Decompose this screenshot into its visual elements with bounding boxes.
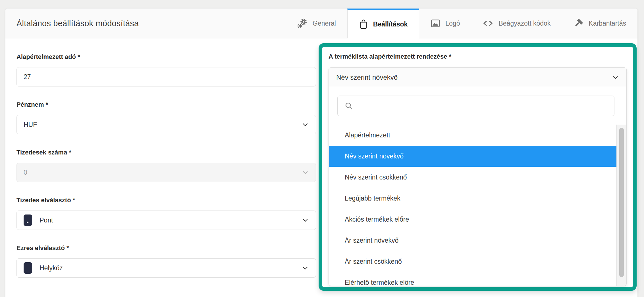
sorting-option[interactable]: Ár szerint csökkenő — [329, 251, 616, 272]
tab-embedded-codes[interactable]: Beágyazott kódok — [471, 9, 562, 38]
currency-value: HUF — [24, 121, 37, 129]
text-caret — [359, 100, 359, 111]
tab-logo[interactable]: Logó — [419, 9, 471, 38]
sorting-search-box[interactable] — [337, 96, 614, 116]
hammer-icon — [573, 18, 583, 28]
sorting-option[interactable]: Elérhető termékek előre — [329, 272, 616, 286]
thousand-separator-select[interactable]: Helyköz — [16, 258, 316, 278]
default-tax-label: Alapértelmezett adó * — [16, 53, 316, 61]
sorting-selected-value: Név szerint növekvő — [336, 73, 398, 81]
decimals-value: 0 — [24, 169, 27, 176]
chevron-down-icon — [302, 216, 309, 224]
chevron-down-icon — [302, 121, 309, 128]
currency-label: Pénznem * — [16, 101, 316, 109]
field-group-default-tax: Alapértelmezett adó * — [16, 53, 316, 86]
sorting-option[interactable]: Akciós termékek előre — [329, 209, 616, 230]
sorting-option[interactable]: Név szerint csökkenő — [329, 167, 616, 188]
tab-general[interactable]: General — [286, 9, 347, 38]
sorting-option[interactable]: Ár szerint növekvő — [329, 230, 616, 251]
decimal-separator-value: Pont — [40, 216, 53, 224]
card-header: Általános beállítások módosítása General — [5, 9, 637, 38]
tab-maintenance[interactable]: Karbantartás — [562, 9, 637, 38]
field-group-currency: Pénznem * HUF — [16, 101, 316, 134]
image-icon — [431, 18, 440, 28]
space-separator-badge-icon — [24, 262, 32, 274]
sorting-highlight-panel: A terméklista alapértelmezett rendezése … — [319, 43, 637, 291]
thousand-separator-value: Helyköz — [40, 264, 63, 272]
page-title: Általános beállítások módosítása — [16, 19, 139, 28]
field-group-thousand-separator: Ezres elválasztó * Helyköz — [16, 244, 316, 278]
sorting-search-input[interactable] — [361, 102, 607, 110]
tab-settings[interactable]: Beállítások — [347, 9, 419, 38]
sorting-option-selected[interactable]: Név szerint növekvő — [329, 146, 616, 167]
currency-select[interactable]: HUF — [16, 115, 316, 134]
sorting-search-area — [329, 87, 626, 125]
sorting-option[interactable]: Alapértelmezett — [329, 125, 616, 146]
dot-separator-badge-icon — [24, 214, 32, 226]
chevron-down-icon — [302, 264, 309, 272]
sorting-option[interactable]: Legújabb termékek — [329, 188, 616, 209]
tab-label: Beállítások — [373, 20, 408, 28]
title-wrap: Általános beállítások módosítása — [5, 9, 139, 38]
tab-bar: General Beállítások Lo — [286, 9, 637, 38]
shopping-bag-icon — [359, 19, 368, 30]
general-settings-form: Alapértelmezett adó * Pénznem * HUF Tize… — [16, 53, 316, 292]
sorting-combobox: Név szerint növekvő — [329, 67, 627, 286]
tab-label: Beágyazott kódok — [498, 20, 550, 27]
sorting-options-list: Alapértelmezett Név szerint növekvő Név … — [329, 125, 626, 286]
code-icon — [483, 19, 493, 28]
thousand-separator-label: Ezres elválasztó * — [16, 244, 316, 252]
field-group-decimals: Tizedesek száma * 0 — [16, 148, 316, 182]
search-icon — [344, 102, 353, 110]
decimal-separator-label: Tizedes elválasztó * — [16, 196, 316, 204]
tab-label: Logó — [445, 20, 460, 27]
dropdown-scrollbar[interactable] — [616, 125, 626, 286]
scrollbar-thumb[interactable] — [619, 128, 624, 277]
decimals-label: Tizedesek száma * — [16, 148, 316, 156]
sorting-select[interactable]: Név szerint növekvő — [329, 68, 626, 87]
decimals-select: 0 — [16, 163, 316, 182]
decimal-separator-select[interactable]: Pont — [16, 211, 316, 230]
tab-label: General — [313, 20, 336, 27]
tab-label: Karbantartás — [589, 20, 626, 27]
sorting-label: A terméklista alapértelmezett rendezése … — [329, 53, 627, 61]
field-group-decimal-separator: Tizedes elválasztó * Pont — [16, 196, 316, 230]
chevron-down-icon — [302, 169, 309, 176]
default-tax-input[interactable] — [16, 67, 316, 86]
chevron-down-icon — [612, 74, 619, 81]
gears-icon — [297, 18, 308, 28]
settings-card: Általános beállítások módosítása General — [5, 9, 637, 297]
